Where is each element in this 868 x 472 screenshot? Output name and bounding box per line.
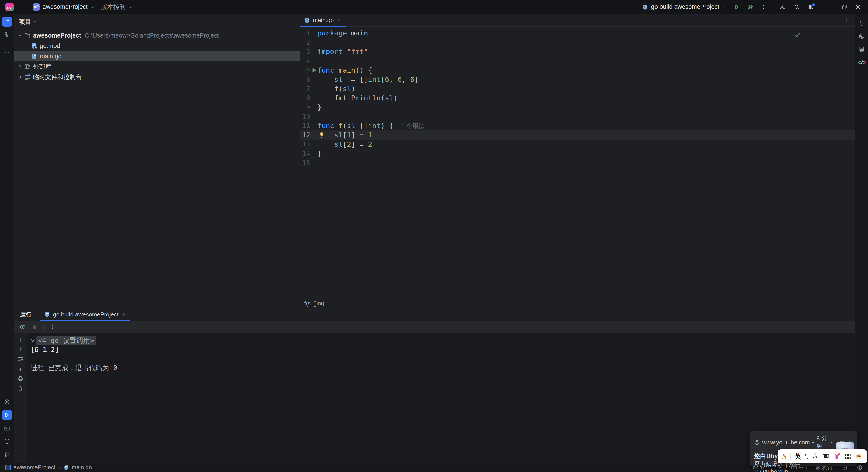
tool-window-button-run[interactable] [2, 410, 12, 420]
code-line-11[interactable]: 11func f(sl []int) { 1 个用法 [300, 121, 855, 130]
close-tab-icon[interactable] [121, 312, 126, 317]
soft-wrap-button[interactable] [18, 356, 24, 362]
tool-window-button-code-with-me[interactable]: </> [857, 57, 867, 67]
editor-tab-main-go[interactable]: main.go [300, 14, 346, 27]
ime-language-toggle[interactable]: 英 [794, 452, 801, 461]
ime-mic-icon[interactable] [811, 453, 818, 460]
tool-window-button-more-tool-windows[interactable] [2, 48, 12, 58]
chevron-down-icon [722, 5, 726, 9]
ime-emoji-icon[interactable] [855, 453, 863, 460]
code-line-6[interactable]: 6 sl := []int{6, 6, 6} [300, 75, 855, 84]
editor-body[interactable]: 1package main23import "fmt"45func main()… [300, 27, 855, 298]
prev-occurrence-button[interactable] [18, 337, 24, 343]
tree-item-go.mod[interactable]: go.mod [14, 41, 300, 51]
code-line-14[interactable]: 14} [300, 149, 855, 158]
tool-window-button-services[interactable] [2, 397, 12, 407]
context-function: f(sl []int) [304, 300, 324, 307]
tool-window-button-problems[interactable] [2, 436, 12, 446]
ime-punctuation-toggle[interactable]: ’, [805, 452, 808, 460]
editor-area: main.go 1package main23import "fmt"45fun… [300, 14, 855, 308]
tree-item-临时文件和控制台[interactable]: 临时文件和控制台 [14, 72, 300, 82]
tree-item-awesomeProject[interactable]: awesomeProjectC:\Users\meowr\GolandProje… [14, 30, 300, 41]
tree-item-label: go.mod [40, 42, 60, 50]
chevron-up-icon[interactable] [830, 440, 835, 445]
debug-button[interactable] [747, 4, 754, 10]
scratch-icon [24, 74, 31, 81]
rerun-button[interactable] [19, 324, 26, 331]
project-avatar: AP [33, 3, 40, 11]
chevron-right-icon[interactable] [17, 74, 23, 80]
tool-window-button-project[interactable] [2, 17, 12, 27]
run-configuration-name: go build awesomeProject [651, 3, 719, 10]
line-number: 11 [300, 121, 310, 130]
code-line-2[interactable]: 2 [300, 38, 855, 47]
status-breadcrumb[interactable]: awesomeProject › main.go [5, 464, 92, 471]
sogou-logo-icon[interactable]: S [782, 452, 786, 461]
fold-chevron-icon[interactable]: > [31, 337, 35, 345]
intention-bulb-icon[interactable] [318, 131, 325, 139]
print-button[interactable] [18, 375, 24, 382]
editor-options-button[interactable] [844, 18, 850, 23]
code-line-9[interactable]: 9} [300, 103, 855, 112]
tree-item-main.go[interactable]: main.go [14, 51, 300, 62]
more-actions-button[interactable] [761, 4, 766, 10]
run-configuration-widget[interactable]: go build awesomeProject [642, 3, 726, 10]
ime-grid-icon[interactable] [844, 453, 851, 460]
run-button[interactable] [733, 4, 740, 10]
chevron-right-icon[interactable] [17, 64, 23, 70]
project-panel-header[interactable]: 项目 [14, 14, 300, 29]
code-line-1[interactable]: 1package main [300, 29, 855, 38]
right-tool-stripe: </> [855, 14, 868, 463]
code-line-8[interactable]: 8 fmt.Println(sl) [300, 93, 855, 103]
stop-button[interactable] [32, 324, 37, 330]
scroll-to-end-button[interactable] [18, 366, 24, 372]
inspections-widget[interactable] [857, 465, 863, 470]
run-tab[interactable]: go build awesomeProject [40, 308, 130, 320]
tool-window-button-version-control[interactable] [2, 449, 12, 459]
tool-window-button-database[interactable] [857, 44, 867, 54]
chevron-down-icon[interactable] [17, 33, 23, 38]
vcs-widget[interactable]: 版本控制 [101, 3, 133, 11]
code-line-4[interactable]: 4 [300, 56, 855, 66]
tool-window-button-commit[interactable] [2, 30, 12, 40]
tree-item-外部库[interactable]: 外部库 [14, 62, 300, 72]
main-menu-button[interactable] [20, 5, 26, 9]
close-tab-icon[interactable] [337, 18, 341, 23]
code-line-5[interactable]: 5func main() { [300, 66, 855, 75]
line-number: 8 [300, 93, 310, 103]
alert-icon [857, 465, 863, 470]
line-number: 7 [300, 84, 310, 93]
code-line-10[interactable]: 10 [300, 112, 855, 121]
minimize-button[interactable] [827, 4, 834, 10]
search-everywhere-button[interactable] [794, 4, 800, 10]
ime-kbd-icon[interactable] [822, 453, 830, 460]
settings-button[interactable] [808, 4, 815, 10]
run-more-options-button[interactable] [50, 324, 55, 330]
next-occurrence-button[interactable] [18, 346, 24, 352]
code-line-13[interactable]: 13 sl[2] = 2 [300, 140, 855, 149]
goland-window: GO AP awesomeProject 版本控制 go build aweso… [0, 0, 868, 472]
tool-window-button-notifications[interactable] [857, 18, 867, 28]
restore-window-button[interactable] [841, 4, 847, 10]
close-window-button[interactable] [855, 4, 861, 10]
run-line-icon[interactable] [311, 67, 317, 73]
codetag-icon: </> [859, 59, 865, 66]
ime-skin-icon[interactable] [833, 453, 840, 460]
code-line-15[interactable]: 15 [300, 158, 855, 167]
code-line-3[interactable]: 3import "fmt" [300, 47, 855, 56]
code-line-12[interactable]: 12 sl[1] = 1 [300, 130, 855, 140]
code-line-7[interactable]: 7 f(sl) [300, 84, 855, 93]
run-panel-title: 运行 [14, 311, 34, 318]
tool-window-button-terminal[interactable] [2, 423, 12, 433]
line-number: 14 [300, 149, 310, 158]
play-icon [4, 412, 10, 418]
ime-toolbar[interactable]: S英’, [778, 449, 867, 464]
project-widget[interactable]: AP awesomeProject [33, 3, 95, 11]
clear-all-button[interactable] [18, 385, 24, 391]
tool-window-button-ai-assistant[interactable] [857, 31, 867, 41]
console-folded-command[interactable]: ><4 go 设置调用> [31, 336, 855, 345]
notification-source: www.youtube.com [762, 439, 810, 446]
console-output[interactable]: ><4 go 设置调用>[6 1 2] 进程 已完成，退出代码为 0 [27, 334, 855, 463]
add-user-button[interactable] [779, 4, 786, 10]
run-tab-label: go build awesomeProject [53, 311, 119, 318]
